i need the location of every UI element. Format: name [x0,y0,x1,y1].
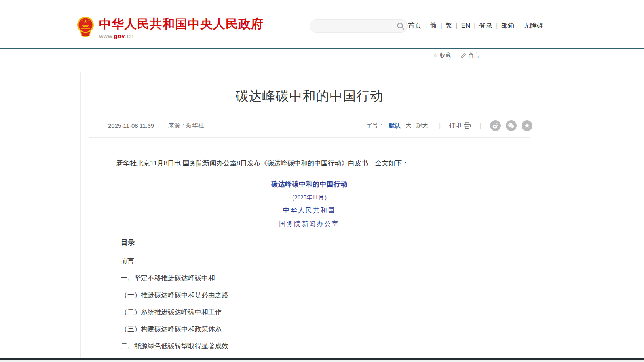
printer-icon [464,122,471,129]
font-size-large[interactable]: 大 [405,122,411,129]
nav-separator: | [425,22,427,29]
document-org-line1: 中华人民共和国 [81,207,538,215]
site-header: ★ ★ ★ 中华人民共和国中央人民政府 www.gov.cn 首页| 简| [0,0,644,48]
weibo-icon [492,122,499,129]
message-button[interactable]: 留言 [460,52,479,59]
article-card: 碳达峰碳中和的中国行动 2025-11-08 11:39 来源： 新华社 字号：… [80,72,538,362]
wechat-icon [507,122,515,129]
search-button[interactable] [394,19,407,33]
header-inner: ★ ★ ★ 中华人民共和国中央人民政府 www.gov.cn 首页| 简| [76,0,543,48]
header-divider-line [0,48,644,49]
svg-text:★: ★ [88,19,90,21]
meta-divider [89,137,530,138]
source-label: 来源： [168,122,186,129]
search-box [310,19,408,33]
favorite-label: 收藏 [440,52,451,59]
search-input[interactable] [310,20,394,32]
share-wechat-button[interactable] [506,120,517,131]
article-title: 碳达峰碳中和的中国行动 [81,87,538,105]
url-gov: gov [114,32,125,39]
document-org-line2: 国务院新闻办公室 [81,220,538,228]
site-title[interactable]: 中华人民共和国中央人民政府 [99,17,264,31]
toc-item-1-1: （一）推进碳达峰碳中和是必由之路 [121,292,538,298]
nav-mail[interactable]: 邮箱 [501,21,515,30]
national-emblem-logo[interactable]: ★ ★ ★ [76,16,95,39]
share-weibo-button[interactable] [490,120,501,131]
nav-separator: | [456,22,458,29]
url-suffix: .cn [125,32,134,39]
nav-separator: | [496,22,498,29]
controls-separator: | [439,122,441,129]
url-prefix: www. [99,32,114,39]
star-outline-icon: ☆ [432,53,438,58]
svg-text:★: ★ [84,19,87,23]
viewport-bottom-line [0,358,644,360]
nav-separator: | [441,22,442,29]
nav-separator: | [474,22,475,29]
star-icon [524,122,530,129]
pencil-icon [460,53,466,59]
toc-item-1: 一、坚定不移推进碳达峰碳中和 [121,275,538,281]
share-more-button[interactable] [522,120,532,131]
footer-strip [0,360,644,362]
site-identity: 中华人民共和国中央人民政府 www.gov.cn [99,17,264,39]
site-url: www.gov.cn [99,32,264,39]
source-value: 新华社 [186,122,204,129]
article-meta-row: 2025-11-08 11:39 来源： 新华社 字号： 默认 大 超大 | 打… [81,120,538,131]
message-label: 留言 [468,52,479,59]
nav-traditional[interactable]: 繁 [446,21,452,30]
toc-item-preface: 前言 [121,258,538,264]
font-size-label: 字号： [366,122,384,129]
nav-separator: | [518,22,520,29]
toc-item-1-3: （三）构建碳达峰碳中和政策体系 [121,326,538,332]
print-button[interactable]: 打印 [449,122,471,129]
toc-heading: 目录 [121,238,538,247]
lead-paragraph: 新华社北京11月8日电 国务院新闻办公室8日发布《碳达峰碳中和的中国行动》白皮书… [103,158,516,169]
font-size-default[interactable]: 默认 [389,122,401,129]
font-size-xlarge[interactable]: 超大 [416,122,428,129]
document-date: （2025年11月） [81,194,538,201]
nav-login[interactable]: 登录 [479,21,492,30]
controls-separator: | [480,122,481,129]
toc-item-1-2: （二）系统推进碳达峰碳中和工作 [121,309,538,315]
toc-item-2: 二、能源绿色低碳转型取得显著成效 [121,343,538,349]
article-meta: 2025-11-08 11:39 来源： 新华社 [108,122,204,129]
page-actions: ☆ 收藏 留言 [432,52,479,59]
nav-simplified[interactable]: 简 [430,21,437,30]
svg-text:★: ★ [81,19,83,21]
nav-home[interactable]: 首页 [408,21,422,30]
top-nav: 首页| 简| 繁| EN| 登录| 邮箱| 无障碍 [408,21,543,30]
article-controls: 字号： 默认 大 超大 | 打印 | [366,120,532,131]
favorite-button[interactable]: ☆ 收藏 [432,52,451,59]
nav-accessibility[interactable]: 无障碍 [523,21,543,30]
table-of-contents: 目录 前言 一、坚定不移推进碳达峰碳中和 （一）推进碳达峰碳中和是必由之路 （二… [121,238,538,362]
nav-english[interactable]: EN [461,22,471,30]
share-icons [490,120,532,131]
document-title: 碳达峰碳中和的中国行动 [81,180,538,189]
print-label: 打印 [449,122,461,129]
search-icon [397,22,405,30]
publish-date: 2025-11-08 11:39 [108,122,154,129]
